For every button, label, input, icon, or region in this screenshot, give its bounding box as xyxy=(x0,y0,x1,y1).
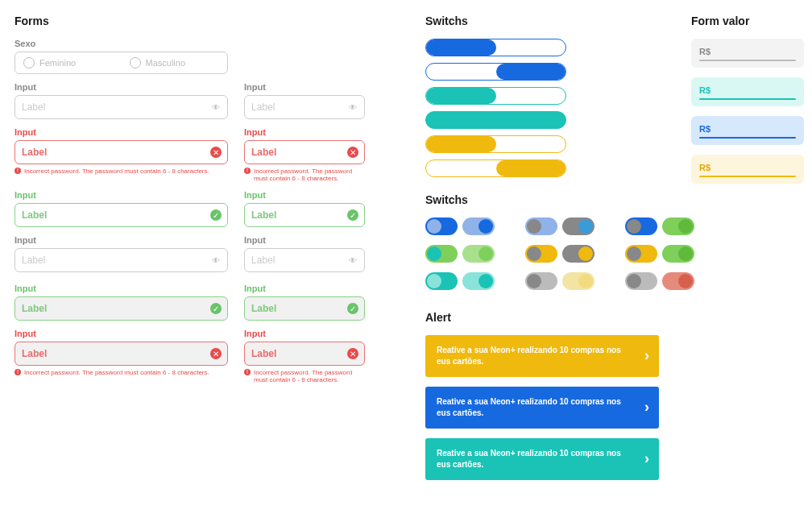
switch-green-on[interactable] xyxy=(462,245,495,263)
slider-blue-left[interactable] xyxy=(425,39,566,56)
form-valor-title: Form valor xyxy=(691,14,804,27)
text-input-success[interactable] xyxy=(14,203,228,227)
slider-yellow-left[interactable] xyxy=(425,135,566,153)
switch-thumb xyxy=(527,246,541,261)
error-dot-icon: ! xyxy=(14,369,21,375)
success-icon: ✓ xyxy=(210,209,222,221)
switch-thumb xyxy=(578,246,593,261)
input-label-error: Input xyxy=(244,329,365,338)
switch-lightyellow-on[interactable] xyxy=(562,272,594,290)
valor-currency: R$ xyxy=(699,163,710,172)
switchs-title-2: Switchs xyxy=(425,193,675,206)
error-dot-icon: ! xyxy=(244,168,251,174)
forms-title: Forms xyxy=(14,14,409,27)
switch-thumb xyxy=(527,219,541,234)
switch-blue-green-off[interactable] xyxy=(625,217,657,235)
text-input-disabled-success xyxy=(14,296,228,321)
input-label-success: Input xyxy=(244,190,365,200)
switch-blue-gray-on[interactable] xyxy=(562,217,594,235)
switch-thumb xyxy=(427,219,441,234)
switch-red-off[interactable] xyxy=(625,272,657,290)
switch-thumb xyxy=(478,219,493,234)
valor-underline xyxy=(699,176,796,177)
switchs-title: Switchs xyxy=(425,14,675,27)
valor-input-blue[interactable]: R$ xyxy=(691,116,804,145)
input-label-error: Input xyxy=(14,127,228,137)
text-input[interactable] xyxy=(14,248,228,272)
switch-thumb xyxy=(627,274,641,288)
input-label-success: Input xyxy=(14,190,228,200)
valor-input-default[interactable]: R$ xyxy=(691,39,804,68)
switch-thumb xyxy=(678,246,693,261)
success-icon: ✓ xyxy=(347,209,358,221)
alert-teal[interactable]: Reative a sua Neon+ realizando 10 compra… xyxy=(425,438,659,480)
radio-feminino[interactable]: Feminino xyxy=(15,52,122,73)
valor-underline xyxy=(699,137,796,139)
chevron-right-icon: › xyxy=(644,346,649,366)
switch-yellow-off[interactable] xyxy=(525,245,557,263)
switch-thumb xyxy=(478,246,493,261)
switch-teal-off[interactable] xyxy=(425,272,458,290)
switch-green-on[interactable] xyxy=(662,217,694,235)
eye-icon[interactable]: 👁 xyxy=(347,255,358,266)
error-icon: ✕ xyxy=(210,147,222,158)
alert-yellow[interactable]: Reative a sua Neon+ realizando 10 compra… xyxy=(425,335,659,377)
eye-icon[interactable]: 👁 xyxy=(210,101,222,113)
radio-icon xyxy=(130,57,141,68)
valor-underline xyxy=(699,60,796,61)
text-input-error[interactable] xyxy=(14,140,228,164)
switch-blue-gray-off[interactable] xyxy=(525,217,557,235)
switch-green-on-2[interactable] xyxy=(662,245,694,263)
alert-text: Reative a sua Neon+ realizando 10 compra… xyxy=(437,346,621,366)
switch-grid xyxy=(425,217,675,290)
radio-masculino[interactable]: Masculino xyxy=(122,52,228,73)
error-message: ! Incorrect password. The password must … xyxy=(244,168,365,182)
text-input[interactable] xyxy=(14,95,228,119)
eye-icon[interactable]: 👁 xyxy=(347,101,358,113)
switch-thumb xyxy=(678,219,693,234)
switch-gray-off[interactable] xyxy=(525,272,557,290)
switch-thumb xyxy=(627,219,641,234)
slider-switches xyxy=(425,39,675,177)
switch-thumb xyxy=(478,274,493,288)
switch-blue-off[interactable] xyxy=(425,217,458,235)
slider-teal-full[interactable] xyxy=(425,111,566,129)
valor-currency: R$ xyxy=(699,85,710,95)
valor-currency: R$ xyxy=(699,47,710,56)
input-label: Input xyxy=(14,235,228,245)
alert-text: Reative a sua Neon+ realizando 10 compra… xyxy=(437,449,621,469)
input-label: Input xyxy=(14,82,228,92)
eye-icon[interactable]: 👁 xyxy=(210,255,222,266)
valor-currency: R$ xyxy=(699,124,710,134)
sexo-radio-group[interactable]: Feminino Masculino xyxy=(14,52,228,74)
switch-red-on[interactable] xyxy=(662,272,694,290)
alert-blue[interactable]: Reative a sua Neon+ realizando 10 compra… xyxy=(425,387,659,429)
switch-blue-on[interactable] xyxy=(462,217,495,235)
switch-thumb xyxy=(627,246,641,261)
slider-teal-left[interactable] xyxy=(425,87,566,105)
switch-thumb xyxy=(578,274,593,288)
valor-input-teal[interactable]: R$ xyxy=(691,77,804,106)
switch-green-off[interactable] xyxy=(425,245,458,263)
chevron-right-icon: › xyxy=(644,449,649,469)
error-dot-icon: ! xyxy=(14,168,21,174)
radio-icon xyxy=(23,57,35,68)
slider-blue-right[interactable] xyxy=(425,63,566,81)
switch-thumb xyxy=(427,274,441,288)
slider-yellow-right[interactable] xyxy=(425,159,566,177)
chevron-right-icon: › xyxy=(644,397,649,417)
switch-thumb xyxy=(527,274,541,288)
switch-thumb xyxy=(678,274,693,288)
radio-label: Masculino xyxy=(146,58,186,68)
alert-title: Alert xyxy=(425,311,675,324)
switch-teal-on[interactable] xyxy=(462,272,495,290)
input-label-error: Input xyxy=(14,329,228,338)
error-icon: ✕ xyxy=(347,348,358,359)
switch-yellow-off-2[interactable] xyxy=(625,245,657,263)
error-message: ! Incorrect password. The password must … xyxy=(14,369,228,376)
switch-yellow-gray-on[interactable] xyxy=(562,245,594,263)
text-input-disabled-error xyxy=(14,342,228,366)
valor-underline xyxy=(699,98,796,100)
valor-input-yellow[interactable]: R$ xyxy=(691,155,804,184)
error-icon: ✕ xyxy=(347,147,358,158)
